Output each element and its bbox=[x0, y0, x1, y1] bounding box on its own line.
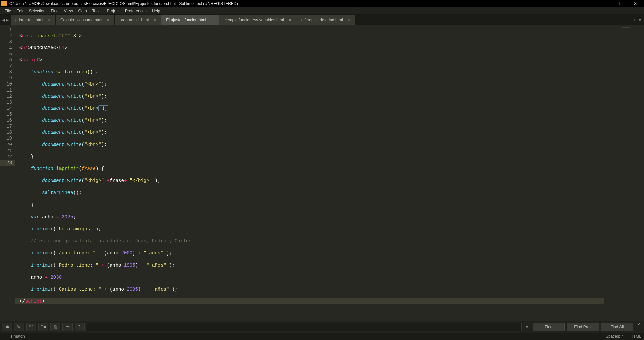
close-icon[interactable]: × bbox=[289, 18, 291, 22]
find-close-button[interactable]: × bbox=[635, 322, 642, 327]
find-opt-case[interactable]: Aa bbox=[14, 323, 24, 331]
title-bar: C:\Users\LUMOB\Downloads\cruso oracle\Ej… bbox=[0, 0, 644, 7]
arrow-left-icon[interactable]: ◀ bbox=[2, 18, 5, 22]
status-matches: 1 match bbox=[10, 334, 25, 339]
window-controls: — ❐ ✕ bbox=[602, 1, 643, 6]
find-opt-selection[interactable]: ⎘ bbox=[50, 323, 60, 331]
maximize-button[interactable]: ❐ bbox=[616, 1, 626, 6]
menu-goto[interactable]: Goto bbox=[76, 9, 90, 13]
close-icon[interactable]: × bbox=[153, 18, 156, 22]
menu-tools[interactable]: Tools bbox=[90, 9, 104, 13]
menu-find[interactable]: Find bbox=[48, 9, 61, 13]
find-opt-highlight[interactable]: ▭ bbox=[62, 323, 73, 331]
window-title: C:\Users\LUMOB\Downloads\cruso oracle\Ej… bbox=[9, 1, 602, 6]
tab-dropdown-button[interactable]: ▼ bbox=[638, 18, 642, 22]
tab-calculo-consumo[interactable]: Calculo _consumo.html× bbox=[56, 15, 115, 25]
minimize-button[interactable]: — bbox=[602, 1, 612, 6]
close-icon[interactable]: × bbox=[211, 18, 214, 22]
find-opt-word[interactable]: “ ” bbox=[26, 323, 36, 331]
find-prev-button[interactable]: Find Prev bbox=[567, 323, 599, 331]
close-icon[interactable]: × bbox=[48, 18, 51, 22]
arrow-right-icon[interactable]: ▶ bbox=[6, 18, 9, 22]
menu-selection[interactable]: Selection bbox=[26, 9, 48, 13]
tab-label: primer test.html bbox=[15, 18, 43, 22]
close-icon[interactable]: × bbox=[348, 18, 351, 22]
tab-ej-ajustes-funcion[interactable]: Ej ajustes funcion.html× bbox=[161, 15, 219, 25]
tab-row: ◀ ▶ primer test.html× Calculo _consumo.h… bbox=[0, 15, 644, 25]
menu-project[interactable]: Project bbox=[104, 9, 122, 13]
text-cursor bbox=[45, 298, 45, 304]
search-match-highlight: "); bbox=[98, 105, 108, 111]
menu-edit[interactable]: Edit bbox=[14, 9, 26, 13]
menu-file[interactable]: File bbox=[2, 9, 14, 13]
editor[interactable]: 1 2 3 4 5 6 7 8 9 10 11 12 13 14 15 16 1… bbox=[0, 25, 644, 321]
tab-label: programa 1.html bbox=[120, 18, 149, 22]
tab-programa-1[interactable]: programa 1.html× bbox=[115, 15, 162, 25]
code-area[interactable]: <meta charset="UTF-8"> <h1>PROGRAMA</h1>… bbox=[15, 25, 604, 321]
find-opt-context[interactable]: "); bbox=[75, 323, 85, 331]
find-input[interactable] bbox=[87, 323, 522, 331]
status-syntax[interactable]: HTML bbox=[630, 334, 641, 339]
menu-preferences[interactable]: Preferences bbox=[122, 9, 149, 13]
status-indent[interactable]: Spaces: 4 bbox=[606, 334, 624, 339]
menu-help[interactable]: Help bbox=[149, 9, 163, 13]
find-opt-regex[interactable]: .∗ bbox=[2, 323, 12, 331]
find-button[interactable]: Find bbox=[533, 323, 565, 331]
tab-label: Ej ajustes funcion.html bbox=[166, 18, 206, 22]
line-gutter: 1 2 3 4 5 6 7 8 9 10 11 12 13 14 15 16 1… bbox=[0, 25, 15, 321]
find-history-dropdown[interactable]: ▼ bbox=[524, 325, 531, 329]
find-bar: .∗ Aa “ ” C= ⎘ ▭ "); ▼ Find Find Prev Fi… bbox=[0, 321, 644, 333]
new-tab-button[interactable]: ＋ bbox=[633, 17, 637, 23]
panel-switch-icon[interactable] bbox=[3, 335, 6, 338]
tab-label: ejemplo funcionesy variables.html bbox=[224, 18, 284, 22]
tab-diferencia-edad[interactable]: diferencia de edad.html× bbox=[296, 15, 356, 25]
find-all-button[interactable]: Find All bbox=[601, 323, 633, 331]
tab-nav-arrows[interactable]: ◀ ▶ bbox=[0, 15, 11, 25]
close-icon[interactable]: × bbox=[107, 18, 110, 22]
tab-label: Calculo _consumo.html bbox=[60, 18, 102, 22]
menu-bar: File Edit Selection Find View Goto Tools… bbox=[0, 7, 644, 15]
menu-view[interactable]: View bbox=[61, 9, 76, 13]
find-opt-wrap[interactable]: C= bbox=[38, 323, 48, 331]
app-icon bbox=[1, 1, 7, 6]
tab-ejemplo-funcionesy[interactable]: ejemplo funcionesy variables.html× bbox=[219, 15, 296, 25]
status-bar: 1 match Spaces: 4 HTML bbox=[0, 333, 644, 340]
tab-primer-test[interactable]: primer test.html× bbox=[11, 15, 56, 25]
close-button[interactable]: ✕ bbox=[631, 1, 640, 6]
tab-label: diferencia de edad.html bbox=[301, 18, 343, 22]
minimap[interactable] bbox=[604, 25, 644, 321]
